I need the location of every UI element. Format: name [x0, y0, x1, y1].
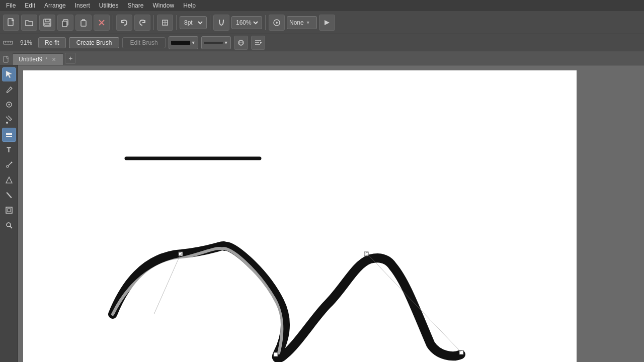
refit-button[interactable]: Re-fit — [38, 37, 66, 48]
stroke-line-preview — [171, 41, 190, 45]
stroke-color-swatch-2[interactable]: ▼ — [201, 36, 231, 49]
svg-marker-28 — [6, 71, 12, 78]
svg-marker-26 — [260, 42, 262, 44]
tool-frame[interactable] — [2, 203, 16, 217]
toolbar-sep-2 — [153, 15, 154, 30]
main-area: T — [0, 65, 644, 362]
arrow-label: None — [289, 19, 304, 26]
svg-marker-37 — [6, 177, 12, 183]
tool-pen[interactable] — [2, 82, 16, 97]
menubar: File Edit Arrange Insert Utilities Share… — [0, 0, 644, 11]
canvas[interactable] — [23, 70, 577, 362]
tool-fill[interactable] — [2, 173, 16, 187]
svg-rect-39 — [8, 209, 11, 212]
forward-button[interactable] — [319, 15, 335, 31]
svg-point-31 — [8, 104, 10, 106]
svg-point-15 — [276, 22, 278, 24]
toolbar-sep-4 — [210, 15, 210, 30]
arrow-dropdown[interactable]: None ▼ — [287, 16, 317, 29]
tool-text[interactable]: T — [2, 143, 16, 157]
svg-marker-16 — [325, 20, 330, 25]
stroke-size-select[interactable]: 8pt1pt2pt4pt6pt10pt — [182, 19, 204, 27]
menu-arrange[interactable]: Arrange — [40, 1, 70, 10]
canvas-svg — [23, 70, 577, 362]
redo-button[interactable] — [134, 15, 150, 31]
svg-rect-32 — [6, 133, 12, 134]
svg-point-40 — [7, 223, 11, 227]
swatch-arrow-1: ▼ — [191, 40, 196, 45]
edit-brush-button: Edit Brush — [122, 37, 165, 48]
tab-modified-indicator: * — [45, 57, 47, 62]
menu-help[interactable]: Help — [179, 1, 200, 10]
new-doc-button[interactable] — [3, 15, 19, 31]
stroke-line-preview-2 — [204, 42, 223, 44]
svg-point-35 — [7, 165, 9, 167]
svg-rect-38 — [6, 207, 12, 213]
tool-circle-select[interactable] — [2, 98, 16, 112]
menu-file[interactable]: File — [2, 1, 20, 10]
save-doc-button[interactable] — [39, 15, 55, 31]
align-button[interactable] — [251, 36, 265, 50]
ruler-icon — [3, 38, 13, 48]
transform-button[interactable] — [234, 36, 248, 50]
record-button[interactable] — [269, 15, 285, 31]
tool-paint[interactable] — [2, 113, 16, 127]
main-toolbar: 8pt1pt2pt4pt6pt10pt 160%50%75%100%125%15… — [0, 11, 644, 34]
undo-button[interactable] — [116, 15, 132, 31]
tool-zoom[interactable] — [2, 218, 16, 232]
close-button[interactable] — [94, 15, 110, 31]
svg-line-29 — [7, 92, 8, 93]
tool-select[interactable] — [2, 67, 16, 81]
svg-point-36 — [11, 162, 12, 163]
stroke-size-dropdown[interactable]: 8pt1pt2pt4pt6pt10pt — [180, 16, 207, 29]
tab-untitled9[interactable]: Untitled9 * ✕ — [12, 53, 64, 65]
tab-label: Untitled9 — [19, 56, 42, 63]
svg-rect-5 — [62, 21, 67, 27]
add-tab-button[interactable]: + — [65, 53, 76, 64]
secondary-toolbar: 91% Re-fit Create Brush Edit Brush ▼ ▼ — [0, 34, 644, 51]
zoom-dropdown[interactable]: 160%50%75%100%125%150%200% — [231, 16, 262, 29]
copy-button[interactable] — [57, 15, 73, 31]
stroke-color-swatch-1[interactable]: ▼ — [169, 36, 198, 49]
text-tool-icon: T — [7, 146, 11, 154]
sidebar: T — [0, 65, 18, 362]
svg-rect-33 — [6, 134, 12, 135]
doc-icon — [3, 56, 10, 63]
menu-edit[interactable]: Edit — [21, 1, 39, 10]
svg-rect-44 — [274, 352, 278, 356]
toolbar-sep-3 — [176, 15, 177, 30]
svg-rect-6 — [81, 21, 86, 26]
toolbar-sep-1 — [113, 15, 113, 30]
svg-line-50 — [367, 254, 461, 352]
menu-insert[interactable]: Insert — [71, 1, 94, 10]
paste-button[interactable] — [75, 15, 92, 31]
menu-window[interactable]: Window — [148, 1, 178, 10]
tool-eyedropper[interactable] — [2, 158, 16, 172]
tabbar: Untitled9 * ✕ + — [0, 51, 644, 65]
tool-knife[interactable] — [2, 188, 16, 202]
create-brush-button[interactable]: Create Brush — [69, 37, 120, 48]
swatch-arrow-2: ▼ — [224, 40, 228, 45]
zoom-percent-label: 91% — [17, 39, 35, 46]
canvas-area[interactable] — [18, 65, 644, 362]
magnet-button[interactable] — [213, 15, 229, 31]
svg-rect-27 — [4, 56, 8, 62]
svg-rect-34 — [6, 136, 12, 137]
svg-rect-3 — [45, 23, 50, 25]
svg-line-41 — [10, 226, 12, 228]
menu-share[interactable]: Share — [123, 1, 147, 10]
open-doc-button[interactable] — [21, 15, 37, 31]
crop-button[interactable] — [157, 15, 173, 31]
zoom-select[interactable]: 160%50%75%100%125%150%200% — [234, 19, 260, 27]
tab-close-button[interactable]: ✕ — [50, 56, 57, 63]
toolbar-sep-5 — [265, 15, 266, 30]
menu-utilities[interactable]: Utilities — [95, 1, 123, 10]
tool-eraser[interactable] — [2, 128, 16, 142]
